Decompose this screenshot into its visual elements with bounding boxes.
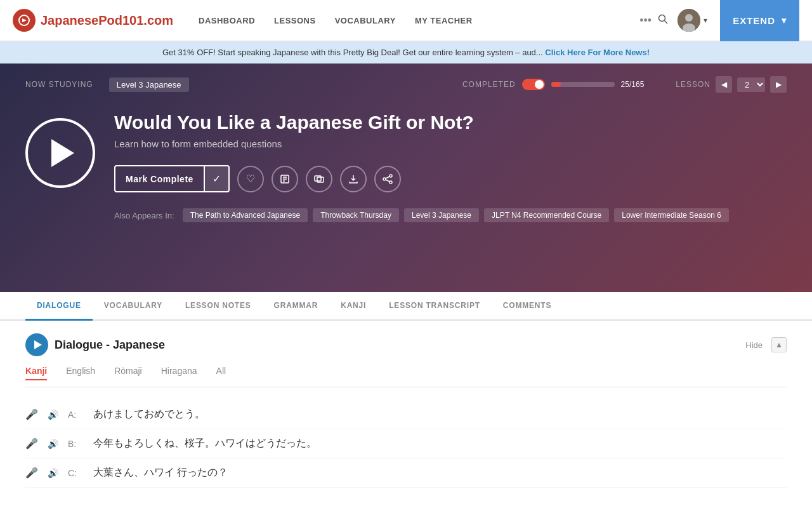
svg-line-2 [665, 21, 668, 24]
dialogue-controls: Hide ▲ [745, 337, 787, 352]
speaker-label-a: A: [68, 410, 84, 420]
lesson-label: LESSON [676, 80, 710, 89]
speaker-label-c: C: [68, 468, 84, 478]
tag-jlpt[interactable]: JLPT N4 Recommended Course [484, 208, 609, 222]
completed-label: COMPLETED [462, 80, 516, 89]
dialogue-play-button[interactable] [25, 333, 48, 356]
speaker-icon-b[interactable]: 🔊 [48, 439, 58, 449]
lang-tab-kanji[interactable]: Kanji [25, 366, 47, 380]
download-button[interactable] [340, 166, 367, 192]
main-header: JapanesePod101.com DASHBOARD LESSONS VOC… [0, 0, 812, 41]
extend-chevron-icon: ▾ [782, 15, 787, 25]
tab-kanji[interactable]: KANJI [329, 292, 377, 321]
speaker-label-b: B: [68, 439, 84, 449]
notes-button[interactable] [272, 166, 298, 192]
video-play-button[interactable] [25, 118, 95, 188]
lesson-prev-button[interactable]: ◀ [716, 76, 732, 93]
hero-section: NOW STUDYING Level 3 Japanese COMPLETED … [0, 64, 812, 292]
extend-button[interactable]: EXTEND ▾ [720, 0, 799, 41]
lesson-title: Would You Like a Japanese Gift or Not? [114, 112, 787, 133]
dialogue-lines: 🎤 🔊 A: あけましておめでとう。 🎤 🔊 B: 今年もよろしくね、桜子。ハワ… [25, 400, 787, 488]
tab-transcript[interactable]: LESSON TRANSCRIPT [377, 292, 492, 321]
svg-point-1 [659, 15, 665, 22]
tab-grammar[interactable]: GRAMMAR [263, 292, 330, 321]
dialogue-text-a: あけましておめでとう。 [93, 408, 205, 421]
tab-lesson-notes[interactable]: LESSON NOTES [174, 292, 263, 321]
avatar-chevron-icon: ▾ [704, 16, 707, 25]
favorite-button[interactable]: ♡ [237, 166, 264, 192]
flashcard-button[interactable] [306, 166, 332, 192]
dialogue-line: 🎤 🔊 C: 大葉さん、ハワイ 行ったの？ [25, 458, 787, 488]
appears-label: Also Appears In: [114, 211, 174, 220]
lang-tab-hiragana[interactable]: Hiragana [161, 366, 197, 380]
dialogue-line: 🎤 🔊 A: あけましておめでとう。 [25, 400, 787, 429]
progress-bar [551, 82, 615, 87]
svg-point-14 [390, 181, 392, 184]
lesson-next-button[interactable]: ▶ [770, 76, 787, 93]
action-bar: Mark Complete ✓ ♡ [114, 165, 787, 192]
speaker-icon-c[interactable]: 🔊 [48, 468, 58, 478]
completed-area: COMPLETED 25/165 [462, 79, 644, 90]
lesson-subtitle: Learn how to form embedded questions [114, 138, 787, 149]
more-options-icon[interactable]: ••• [639, 14, 652, 27]
now-studying-value: Level 3 Japanese [109, 77, 189, 92]
tag-lower-intermediate[interactable]: Lower Intermediate Season 6 [614, 208, 729, 222]
progress-bar-fill [551, 82, 561, 87]
lang-tab-english[interactable]: English [66, 366, 95, 380]
dialogue-header-left: Dialogue - Japanese [25, 333, 165, 356]
mark-complete-button[interactable]: Mark Complete ✓ [114, 165, 230, 192]
svg-point-13 [383, 178, 386, 180]
mic-icon-b[interactable]: 🎤 [25, 438, 38, 450]
lang-tab-all[interactable]: All [216, 366, 226, 380]
tab-dialogue[interactable]: DIALOGUE [25, 292, 93, 321]
logo[interactable]: JapanesePod101.com [13, 9, 173, 32]
language-tabs: Kanji English Rōmaji Hiragana All [25, 366, 787, 387]
tab-comments[interactable]: COMMENTS [492, 292, 563, 321]
lesson-number-select[interactable]: 2 1 3 [737, 77, 765, 92]
nav-dashboard[interactable]: DASHBOARD [199, 16, 255, 25]
play-triangle-icon [51, 139, 74, 167]
promo-banner: Get 31% OFF! Start speaking Japanese wit… [0, 41, 812, 64]
dialogue-text-b: 今年もよろしくね、桜子。ハワイはどうだった。 [93, 437, 317, 450]
nav-lessons[interactable]: LESSONS [274, 16, 316, 25]
svg-line-15 [386, 177, 390, 178]
tag-path-advanced[interactable]: The Path to Advanced Japanese [183, 208, 308, 222]
search-button[interactable] [658, 14, 668, 27]
dialogue-title: Dialogue - Japanese [55, 338, 165, 352]
hero-top-bar: NOW STUDYING Level 3 Japanese COMPLETED … [25, 76, 787, 93]
completed-toggle[interactable] [522, 79, 545, 90]
dialogue-play-triangle-icon [34, 340, 42, 349]
tag-level3[interactable]: Level 3 Japanese [404, 208, 479, 222]
speaker-icon-a[interactable]: 🔊 [48, 410, 58, 420]
lang-tab-romaji[interactable]: Rōmaji [114, 366, 142, 380]
nav-vocabulary[interactable]: VOCABULARY [335, 16, 396, 25]
dialogue-section: Dialogue - Japanese Hide ▲ Kanji English… [0, 321, 812, 500]
extend-label: EXTEND [733, 15, 775, 26]
mic-icon-a[interactable]: 🎤 [25, 408, 38, 420]
logo-text: JapanesePod101.com [41, 13, 173, 28]
mark-complete-check-icon: ✓ [204, 166, 228, 191]
user-avatar-area[interactable]: ▾ [678, 9, 707, 32]
hide-button[interactable]: Hide [745, 340, 763, 350]
nav-my-teacher[interactable]: MY TEACHER [415, 16, 473, 25]
svg-rect-10 [315, 176, 321, 181]
logo-icon [13, 9, 36, 32]
hero-info: Would You Like a Japanese Gift or Not? L… [114, 112, 787, 222]
tab-vocabulary[interactable]: VOCABULARY [93, 292, 174, 321]
lesson-nav-area: LESSON ◀ 2 1 3 ▶ [676, 76, 787, 93]
progress-text: 25/165 [621, 80, 645, 89]
avatar [678, 9, 700, 32]
mic-icon-c[interactable]: 🎤 [25, 467, 38, 479]
dialogue-line: 🎤 🔊 B: 今年もよろしくね、桜子。ハワイはどうだった。 [25, 429, 787, 458]
dialogue-header: Dialogue - Japanese Hide ▲ [25, 333, 787, 356]
tabs-bar: DIALOGUE VOCABULARY LESSON NOTES GRAMMAR… [0, 292, 812, 321]
dialogue-text-c: 大葉さん、ハワイ 行ったの？ [93, 466, 228, 479]
now-studying-label: NOW STUDYING [25, 80, 93, 89]
hero-content: Would You Like a Japanese Gift or Not? L… [25, 112, 787, 222]
svg-point-12 [390, 175, 392, 177]
svg-rect-11 [317, 177, 324, 182]
tag-throwback[interactable]: Throwback Thursday [313, 208, 399, 222]
collapse-button[interactable]: ▲ [771, 337, 787, 352]
share-button[interactable] [374, 166, 401, 192]
banner-cta-link[interactable]: Click Here For More News! [545, 48, 650, 57]
